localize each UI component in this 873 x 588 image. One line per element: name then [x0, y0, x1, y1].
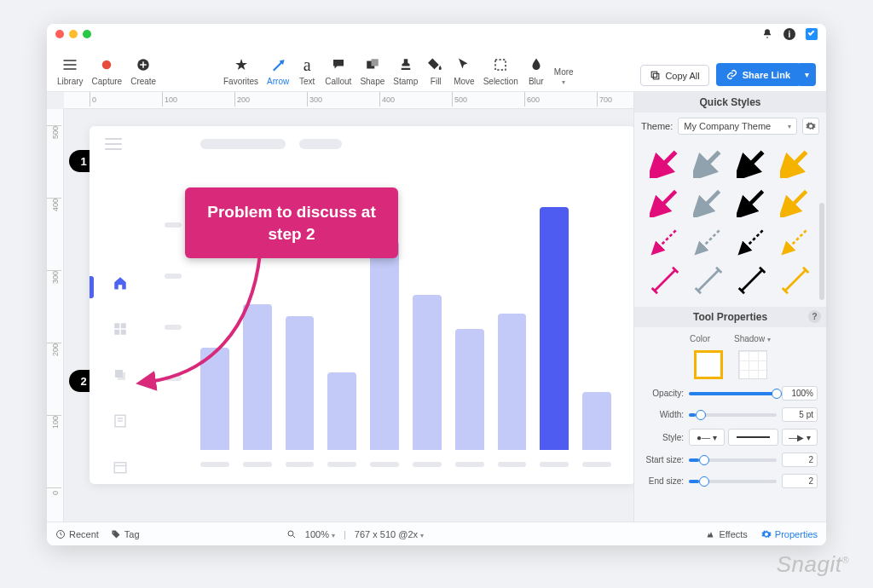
- zoom-select[interactable]: 100% ▾: [305, 529, 335, 539]
- shape-tool[interactable]: Shape: [360, 55, 384, 86]
- width-value[interactable]: 5 pt: [782, 407, 818, 422]
- end-size-slider[interactable]: [689, 480, 777, 483]
- chart-bar: [540, 207, 569, 450]
- minimize-icon[interactable]: [69, 30, 78, 38]
- theme-select[interactable]: My Company Theme ▾: [678, 118, 797, 135]
- selection-tool[interactable]: Selection: [483, 55, 518, 86]
- hamburger-icon: [105, 138, 122, 150]
- arrow-swatch[interactable]: [688, 223, 728, 259]
- arrow-swatch[interactable]: [688, 145, 728, 181]
- svg-line-31: [743, 230, 762, 250]
- recent-button[interactable]: Recent: [55, 529, 99, 539]
- label: Favorites: [223, 77, 258, 86]
- label: Fill: [431, 77, 442, 86]
- layers-icon: [113, 367, 128, 383]
- end-size-value[interactable]: 2: [782, 474, 818, 488]
- text-tool[interactable]: a Text: [298, 55, 316, 86]
- arrow-swatch[interactable]: [732, 223, 772, 259]
- capture-button[interactable]: Capture: [92, 55, 123, 86]
- canvas-area[interactable]: 0 100 200 300 400 500 600 700 500 400 30…: [47, 92, 633, 522]
- start-cap-select[interactable]: ●— ▾: [689, 429, 725, 446]
- line-style-select[interactable]: [728, 429, 778, 446]
- artboard[interactable]: Problem to discuss at step 2: [90, 126, 633, 484]
- label: Selection: [483, 77, 518, 86]
- arrow-swatch[interactable]: [732, 184, 772, 220]
- start-size-value[interactable]: 2: [782, 453, 818, 467]
- color-swatch[interactable]: [694, 350, 723, 379]
- tick: 100: [162, 92, 177, 107]
- chart-xlabel: [582, 462, 611, 467]
- create-button[interactable]: Create: [130, 55, 156, 86]
- share-dropdown[interactable]: ▾: [797, 63, 816, 86]
- quick-style-swatches[interactable]: [634, 140, 826, 307]
- help-icon[interactable]: ?: [808, 310, 821, 323]
- arrow-swatch[interactable]: [645, 184, 685, 220]
- chart-bar: [243, 304, 272, 450]
- chart-xlabel: [286, 462, 315, 467]
- dimensions-select[interactable]: 767 x 510 @2x ▾: [355, 529, 424, 539]
- arrow-swatch[interactable]: [645, 262, 685, 298]
- more-tools[interactable]: More ▾: [554, 67, 574, 86]
- opacity-slider[interactable]: [689, 392, 777, 395]
- chevron-down-icon: ▾: [562, 78, 565, 86]
- chart-bar: [413, 295, 442, 450]
- tag-button[interactable]: Tag: [111, 529, 140, 539]
- share-link-button[interactable]: Share Link: [716, 63, 801, 86]
- width-slider[interactable]: [689, 413, 777, 417]
- close-icon[interactable]: [55, 30, 64, 38]
- watermark: Snagit®: [777, 551, 849, 578]
- bell-icon[interactable]: [761, 28, 773, 40]
- tick: 500: [47, 126, 64, 139]
- favorites-tool[interactable]: ★ Favorites: [223, 55, 258, 86]
- theme-settings-button[interactable]: [802, 118, 819, 135]
- fill-tool[interactable]: Fill: [426, 55, 445, 86]
- scrollbar[interactable]: [819, 203, 824, 300]
- stamp-tool[interactable]: Stamp: [393, 55, 418, 86]
- arrow-swatch[interactable]: [776, 145, 816, 181]
- svg-line-25: [656, 191, 675, 210]
- properties-button[interactable]: Properties: [761, 529, 818, 539]
- callout-annotation[interactable]: Problem to discuss at step 2: [185, 187, 398, 258]
- arrow-swatch[interactable]: [732, 262, 772, 298]
- svg-rect-13: [121, 330, 126, 335]
- end-cap-select[interactable]: —▶ ▾: [782, 429, 818, 446]
- grid-icon: [113, 321, 128, 337]
- chart-xlabel: [200, 462, 229, 467]
- label: Tool Properties: [693, 311, 767, 323]
- label: Callout: [325, 77, 351, 86]
- start-size-slider[interactable]: [689, 458, 777, 462]
- dims-value: 767 x 510 @2x: [355, 529, 418, 539]
- copy-all-button[interactable]: Copy All: [640, 65, 708, 86]
- arrow-swatch[interactable]: [645, 145, 685, 181]
- svg-line-32: [787, 230, 807, 250]
- zoom-icon[interactable]: [83, 30, 91, 38]
- arrow-tool[interactable]: Arrow: [267, 55, 289, 86]
- move-tool[interactable]: Move: [454, 55, 474, 86]
- shadow-label[interactable]: Shadow ▾: [734, 334, 771, 343]
- library-button[interactable]: Library: [57, 55, 84, 86]
- marquee-icon: [491, 55, 510, 74]
- end-size-label: End size:: [643, 476, 684, 486]
- callout-tool[interactable]: Callout: [325, 55, 351, 86]
- sync-icon[interactable]: [806, 28, 818, 40]
- arrow-swatch[interactable]: [732, 145, 772, 181]
- arrow-swatch[interactable]: [688, 262, 728, 298]
- opacity-value[interactable]: 100%: [782, 386, 818, 401]
- chart-xlabel: [455, 462, 484, 467]
- blur-tool[interactable]: Blur: [527, 55, 546, 86]
- zoom-value: 100%: [305, 529, 329, 539]
- svg-line-33: [655, 270, 674, 290]
- search-icon[interactable]: [286, 529, 297, 539]
- arrow-swatch[interactable]: [645, 223, 685, 259]
- shadow-swatch[interactable]: [738, 350, 767, 379]
- arrow-swatch[interactable]: [776, 184, 816, 220]
- effects-button[interactable]: Effects: [705, 529, 747, 539]
- info-icon[interactable]: i: [783, 28, 795, 40]
- arrow-swatch[interactable]: [688, 184, 728, 220]
- traffic-lights[interactable]: [55, 30, 91, 38]
- chevron-down-icon: ▾: [420, 532, 424, 539]
- arrow-swatch[interactable]: [776, 223, 816, 259]
- arrow-swatch[interactable]: [776, 262, 816, 298]
- chevron-down-icon: ▾: [788, 123, 791, 130]
- chart-bar: [582, 392, 611, 450]
